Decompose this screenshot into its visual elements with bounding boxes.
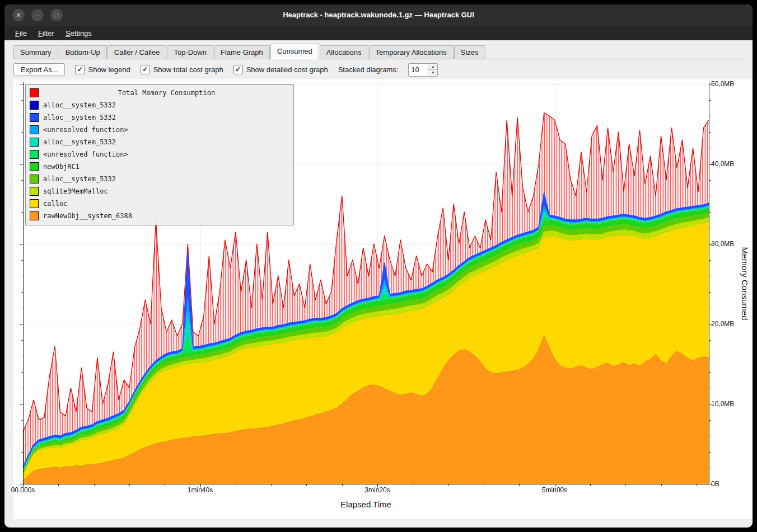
legend-swatch (30, 187, 39, 196)
window-title: Heaptrack - heaptrack.wakunode.1.gz — He… (4, 4, 753, 26)
legend-label: alloc__system_5332 (43, 101, 116, 109)
tab-temporary-allocations[interactable]: Temporary Allocations (369, 45, 454, 59)
menu-bar: FileFilterSettings (4, 26, 753, 40)
y-axis-label: 50,0MB (711, 80, 734, 88)
legend-swatch (30, 113, 39, 122)
titlebar: ✕ – □ Heaptrack - heaptrack.wakunode.1.g… (4, 4, 753, 26)
checkbox-label: Show detailed cost graph (246, 65, 328, 74)
menu-file[interactable]: File (10, 27, 32, 39)
toolbar: Export As... ✓Show legend✓Show total cos… (13, 62, 744, 77)
tab-consumed[interactable]: Consumed (270, 44, 319, 59)
menu-filter[interactable]: Filter (33, 27, 59, 39)
y-axis-label: 20,0MB (711, 320, 734, 328)
checkmark-icon[interactable]: ✓ (141, 65, 150, 74)
legend-item: calloc (28, 197, 290, 210)
checkbox-show-legend[interactable]: ✓Show legend (75, 65, 130, 74)
legend-label: alloc__system_5332 (43, 138, 116, 146)
legend-label: Total Memory Consumption (43, 89, 290, 97)
tab-allocations[interactable]: Allocations (320, 45, 368, 59)
heaptrack-window: ✕ – □ Heaptrack - heaptrack.wakunode.1.g… (4, 4, 753, 528)
legend-swatch (30, 101, 39, 110)
legend-swatch (30, 88, 39, 97)
consumed-chart-panel: Total Memory Consumptionalloc__system_53… (13, 79, 753, 519)
legend-label: <unresolved function> (43, 126, 128, 134)
y-axis-label: 0B (711, 480, 719, 488)
maximize-icon[interactable]: □ (50, 9, 63, 21)
legend-label: alloc__system_5332 (43, 114, 116, 121)
x-axis-label: 3min20s (358, 486, 397, 494)
legend-label: newObjRC1 (43, 163, 80, 171)
legend-item: <unresolved function> (28, 148, 290, 161)
y-axis-label: 10,0MB (711, 400, 734, 408)
y-axis-label: 40,0MB (711, 160, 734, 168)
x-axis-title: Elapsed Time (23, 500, 709, 509)
spin-down-button[interactable]: ▼ (428, 69, 437, 76)
x-axis-label: 1min40s (181, 486, 220, 494)
tab-bottom-up[interactable]: Bottom-Up (59, 45, 107, 59)
tab-summary[interactable]: Summary (13, 45, 58, 59)
stacked-diagrams-label: Stacked diagrams: (338, 65, 399, 74)
stacked-diagrams-spinbox[interactable]: 10 ▲ ▼ (408, 63, 438, 77)
legend-swatch (30, 138, 39, 147)
y-axis-title: Memory Consumed (740, 247, 750, 321)
tab-flame-graph[interactable]: Flame Graph (214, 45, 270, 59)
x-axis-label: 5min00s (535, 486, 574, 494)
legend-swatch (30, 125, 39, 134)
tab-top-down[interactable]: Top-Down (167, 45, 213, 59)
tab-caller-callee[interactable]: Caller / Callee (108, 45, 167, 59)
legend-swatch (30, 211, 39, 220)
legend-item: rawNewObj__system_6388 (28, 210, 290, 222)
legend-item: <unresolved function> (28, 124, 290, 136)
tab-bar: SummaryBottom-UpCaller / CalleeTop-DownF… (13, 44, 744, 59)
checkbox-show-detailed-cost-graph[interactable]: ✓Show detailed cost graph (233, 65, 328, 74)
window-controls: ✕ – □ (12, 9, 63, 21)
legend-swatch (30, 199, 39, 208)
legend-item: sqlite3MemMalloc (28, 185, 290, 197)
menu-settings[interactable]: Settings (60, 27, 97, 39)
chart-legend: Total Memory Consumptionalloc__system_53… (25, 84, 294, 225)
checkbox-label: Show legend (88, 65, 130, 74)
legend-swatch (30, 162, 39, 171)
tab-sizes[interactable]: Sizes (454, 45, 485, 59)
legend-swatch (30, 150, 39, 159)
legend-item: alloc__system_5332 (28, 111, 290, 124)
legend-label: calloc (43, 200, 67, 208)
legend-item: alloc__system_5332 (28, 173, 290, 185)
spinbox-value[interactable]: 10 (409, 64, 428, 76)
legend-title-row: Total Memory Consumption (28, 87, 290, 99)
spin-up-button[interactable]: ▲ (428, 64, 437, 70)
legend-label: alloc__system_5332 (43, 175, 116, 183)
legend-item: alloc__system_5332 (28, 136, 290, 148)
y-axis-label: 30,0MB (711, 240, 734, 248)
legend-item: newObjRC1 (28, 161, 290, 173)
legend-swatch (30, 175, 39, 183)
legend-item: alloc__system_5332 (28, 99, 290, 111)
x-axis-label: 00.000s (4, 486, 43, 494)
spinbox-buttons: ▲ ▼ (428, 64, 437, 76)
checkbox-show-total-cost-graph[interactable]: ✓Show total cost graph (141, 65, 223, 74)
checkmark-icon[interactable]: ✓ (233, 65, 243, 74)
legend-label: <unresolved function> (43, 150, 128, 158)
checkbox-label: Show total cost graph (153, 65, 223, 74)
legend-label: rawNewObj__system_6388 (43, 212, 132, 220)
close-icon[interactable]: ✕ (12, 9, 25, 21)
legend-label: sqlite3MemMalloc (43, 187, 108, 195)
checkmark-icon[interactable]: ✓ (75, 65, 85, 74)
export-as-button[interactable]: Export As... (13, 63, 65, 76)
minimize-icon[interactable]: – (31, 9, 44, 21)
